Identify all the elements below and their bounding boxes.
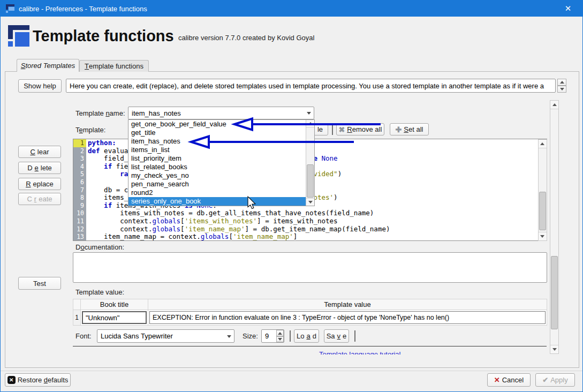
scrollbar-thumb[interactable] — [307, 164, 314, 198]
scroll-down-icon[interactable] — [539, 232, 547, 240]
template-name-dropdown-popup: get_one_book_per_field_valueget_titleite… — [128, 119, 315, 206]
editor-scrollbar[interactable] — [538, 139, 547, 241]
template-value-label: Template value: — [75, 288, 124, 296]
documentation-label: Documentation: — [75, 243, 124, 251]
apply-button[interactable]: ✔ Apply — [535, 373, 575, 387]
title-bar: calibre - Preferences - Template functio… — [1, 1, 582, 17]
load-button[interactable]: Load — [294, 329, 319, 343]
test-button[interactable]: Test — [18, 277, 61, 290]
toolbar-separator — [290, 330, 291, 342]
page-subtitle: calibre version 7.7.0 created by Kovid G… — [178, 34, 314, 42]
show-help-button[interactable]: Show help — [18, 79, 62, 93]
remove-all-label: Remove all — [347, 125, 382, 133]
calibre-logo — [8, 25, 29, 47]
dropdown-item[interactable]: get_title — [128, 129, 306, 137]
window-title: calibre - Preferences - Template functio… — [19, 5, 147, 13]
clear-button[interactable]: Clear — [18, 146, 61, 158]
scroll-up-icon[interactable] — [550, 101, 558, 109]
dropdown-item[interactable]: pen_name_search — [128, 180, 306, 189]
template-value-cell[interactable]: EXCEPTION: Error in function evaluate on… — [149, 311, 546, 324]
scrollbar-thumb[interactable] — [539, 192, 546, 230]
clipped-link-container: Template language tutorial — [319, 349, 426, 355]
font-value: Lucida Sans Typewriter — [101, 332, 173, 340]
replace-button[interactable]: Replace — [18, 178, 61, 190]
scrollarea-scrollbar[interactable] — [550, 100, 559, 354]
tab-stored-templates[interactable]: Stored Templates — [17, 59, 79, 72]
table-row-header: 1 — [73, 310, 81, 326]
cancel-button[interactable]: ✕ Cancel — [487, 373, 531, 387]
close-icon[interactable]: ✕ — [560, 3, 576, 14]
size-down-icon[interactable] — [276, 336, 284, 342]
font-label: Font: — [75, 332, 92, 340]
help-scroll-down-icon[interactable] — [557, 86, 566, 93]
template-tutorial-link[interactable]: Template language tutorial — [319, 350, 401, 355]
template-name-label: Template name: — [75, 109, 125, 117]
create-button[interactable]: Create — [18, 193, 61, 205]
divider — [73, 346, 547, 346]
code-line: 13 item_name_map = context.globals['item… — [73, 233, 547, 241]
restore-defaults-label: Restore defaults — [18, 376, 69, 384]
code-line: 11 context.globals['items_with_notes'] =… — [73, 217, 547, 225]
size-up-icon[interactable] — [276, 330, 284, 336]
dropdown-item[interactable]: series_only_one_book — [128, 197, 306, 206]
dropdown-item[interactable]: round2 — [128, 189, 306, 197]
toolbar-separator — [332, 124, 333, 135]
table-header-book-title[interactable]: Book title — [80, 299, 148, 310]
check-icon: ✔ — [542, 376, 548, 384]
chevron-down-icon — [227, 335, 231, 338]
table-header-template-value[interactable]: Template value — [148, 299, 547, 310]
delete-button[interactable]: Delete — [18, 162, 61, 174]
documentation-textarea[interactable] — [73, 252, 547, 283]
table-corner-cell — [73, 299, 81, 310]
template-label: Template: — [75, 126, 105, 134]
scroll-up-icon[interactable] — [306, 120, 314, 127]
set-all-button[interactable]: ✚ Set all — [390, 123, 429, 135]
plus-icon: ✚ — [396, 125, 402, 134]
x-icon: ✕ — [494, 376, 500, 384]
apply-label: Apply — [550, 376, 568, 384]
dropdown-item[interactable]: get_one_book_per_field_value — [128, 120, 306, 129]
size-label: Size: — [243, 332, 258, 340]
toolbar-separator — [354, 330, 355, 342]
scrollbar-thumb[interactable] — [551, 256, 558, 329]
book-title-cell[interactable]: "Unknown" — [82, 311, 147, 324]
footer-divider — [1, 371, 582, 371]
template-name-combobox[interactable]: item_has_notes — [128, 107, 314, 119]
template-name-value: item_has_notes — [132, 109, 181, 117]
template-name-dropdown-list: get_one_book_per_field_valueget_titleite… — [128, 120, 306, 206]
dropdown-item[interactable]: item_has_notes — [128, 137, 306, 146]
font-combobox[interactable]: Lucida Sans Typewriter — [97, 329, 234, 343]
cancel-label: Cancel — [502, 376, 524, 384]
save-button[interactable]: Save — [324, 329, 349, 343]
dropdown-item[interactable]: list_priority_item — [128, 154, 306, 163]
restore-defaults-button[interactable]: ✕ Restore defaults — [5, 373, 71, 387]
restore-defaults-icon: ✕ — [7, 376, 16, 384]
help-text-field[interactable]: Here you can create, edit (replace), and… — [66, 79, 556, 93]
scroll-down-icon[interactable] — [550, 345, 558, 353]
remove-all-button[interactable]: ✖ Remove all — [336, 123, 384, 135]
dropdown-item[interactable]: my_check_yes_no — [128, 171, 306, 180]
help-scroll-up-icon[interactable] — [557, 79, 566, 86]
calibre-window-icon — [6, 4, 14, 13]
chevron-down-icon — [307, 112, 311, 115]
x-icon: ✖ — [339, 125, 345, 134]
tab-template-functions[interactable]: Template functions — [79, 60, 149, 72]
scroll-down-icon[interactable] — [306, 198, 314, 206]
dropdown-item[interactable]: items_in_list — [128, 146, 306, 154]
scroll-up-icon[interactable] — [539, 140, 547, 148]
page-title: Template functions — [33, 27, 174, 45]
popup-scrollbar[interactable] — [306, 120, 314, 206]
code-line: 12 context.globals['item_name_map'] = db… — [73, 225, 547, 233]
dropdown-item[interactable]: list_related_books — [128, 163, 306, 171]
preferences-window: calibre - Preferences - Template functio… — [0, 0, 583, 392]
code-line: 10 items_with_notes = db.get_all_items_t… — [73, 209, 547, 217]
set-all-label: Set all — [404, 125, 423, 133]
